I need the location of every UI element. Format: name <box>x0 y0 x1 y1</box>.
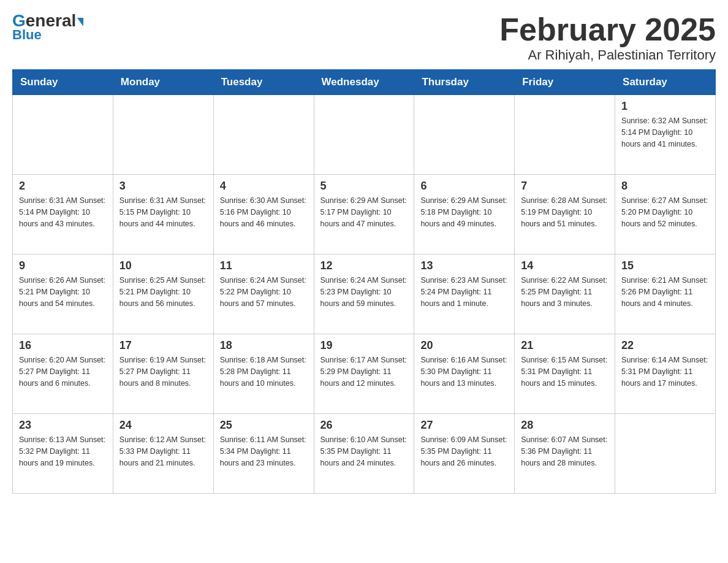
cell-day-number: 15 <box>621 259 709 272</box>
cell-day-number: 25 <box>220 419 308 432</box>
calendar-week-4: 16Sunrise: 6:20 AM Sunset: 5:27 PM Dayli… <box>13 334 716 414</box>
cell-day-number: 22 <box>621 339 709 352</box>
calendar-title: February 2025 <box>499 12 716 47</box>
cell-day-number: 26 <box>320 419 408 432</box>
calendar-cell: 27Sunrise: 6:09 AM Sunset: 5:35 PM Dayli… <box>414 414 515 494</box>
day-header-friday: Friday <box>515 70 615 95</box>
cell-day-number: 21 <box>521 339 609 352</box>
calendar-cell: 2Sunrise: 6:31 AM Sunset: 5:14 PM Daylig… <box>13 175 113 255</box>
cell-info: Sunrise: 6:29 AM Sunset: 5:17 PM Dayligh… <box>320 195 408 229</box>
calendar-cell: 18Sunrise: 6:18 AM Sunset: 5:28 PM Dayli… <box>213 334 314 414</box>
calendar-cell: 4Sunrise: 6:30 AM Sunset: 5:16 PM Daylig… <box>213 175 314 255</box>
cell-day-number: 4 <box>220 180 308 193</box>
cell-info: Sunrise: 6:23 AM Sunset: 5:24 PM Dayligh… <box>420 275 508 309</box>
cell-info: Sunrise: 6:24 AM Sunset: 5:23 PM Dayligh… <box>320 275 408 309</box>
calendar-cell: 5Sunrise: 6:29 AM Sunset: 5:17 PM Daylig… <box>314 175 414 255</box>
cell-day-number: 27 <box>420 419 508 432</box>
calendar-cell: 9Sunrise: 6:26 AM Sunset: 5:21 PM Daylig… <box>13 255 113 334</box>
cell-day-number: 10 <box>119 259 207 272</box>
calendar-header: SundayMondayTuesdayWednesdayThursdayFrid… <box>13 70 716 95</box>
cell-info: Sunrise: 6:30 AM Sunset: 5:16 PM Dayligh… <box>220 195 308 229</box>
cell-day-number: 2 <box>19 180 107 193</box>
day-header-wednesday: Wednesday <box>314 70 414 95</box>
calendar-cell: 10Sunrise: 6:25 AM Sunset: 5:21 PM Dayli… <box>113 255 213 334</box>
cell-day-number: 6 <box>420 180 508 193</box>
cell-info: Sunrise: 6:19 AM Sunset: 5:27 PM Dayligh… <box>119 354 207 389</box>
cell-day-number: 23 <box>19 419 107 432</box>
cell-info: Sunrise: 6:31 AM Sunset: 5:15 PM Dayligh… <box>119 195 207 229</box>
cell-info: Sunrise: 6:09 AM Sunset: 5:35 PM Dayligh… <box>420 434 508 469</box>
calendar-cell <box>314 95 414 175</box>
calendar-cell: 17Sunrise: 6:19 AM Sunset: 5:27 PM Dayli… <box>113 334 213 414</box>
calendar-cell <box>615 414 716 494</box>
calendar-cell: 15Sunrise: 6:21 AM Sunset: 5:26 PM Dayli… <box>615 255 716 334</box>
cell-day-number: 11 <box>220 259 308 272</box>
cell-day-number: 12 <box>320 259 408 272</box>
cell-info: Sunrise: 6:31 AM Sunset: 5:14 PM Dayligh… <box>19 195 107 229</box>
calendar-week-3: 9Sunrise: 6:26 AM Sunset: 5:21 PM Daylig… <box>13 255 716 334</box>
cell-day-number: 19 <box>320 339 408 352</box>
calendar-cell: 28Sunrise: 6:07 AM Sunset: 5:36 PM Dayli… <box>515 414 615 494</box>
calendar-cell: 6Sunrise: 6:29 AM Sunset: 5:18 PM Daylig… <box>414 175 515 255</box>
logo-blue-text: Blue <box>12 27 42 43</box>
calendar-cell: 1Sunrise: 6:32 AM Sunset: 5:14 PM Daylig… <box>615 95 716 175</box>
calendar-cell <box>13 95 113 175</box>
day-header-tuesday: Tuesday <box>213 70 314 95</box>
cell-info: Sunrise: 6:28 AM Sunset: 5:19 PM Dayligh… <box>521 195 609 229</box>
logo: General Blue <box>12 12 83 43</box>
cell-day-number: 28 <box>521 419 609 432</box>
calendar-cell <box>515 95 615 175</box>
page-header: General Blue February 2025 Ar Rihiyah, P… <box>12 12 716 63</box>
calendar-cell: 7Sunrise: 6:28 AM Sunset: 5:19 PM Daylig… <box>515 175 615 255</box>
calendar-table: SundayMondayTuesdayWednesdayThursdayFrid… <box>12 69 716 494</box>
cell-info: Sunrise: 6:24 AM Sunset: 5:22 PM Dayligh… <box>220 275 308 309</box>
cell-day-number: 13 <box>420 259 508 272</box>
cell-info: Sunrise: 6:07 AM Sunset: 5:36 PM Dayligh… <box>521 434 609 469</box>
calendar-cell: 25Sunrise: 6:11 AM Sunset: 5:34 PM Dayli… <box>213 414 314 494</box>
cell-day-number: 17 <box>119 339 207 352</box>
calendar-cell <box>213 95 314 175</box>
calendar-week-5: 23Sunrise: 6:13 AM Sunset: 5:32 PM Dayli… <box>13 414 716 494</box>
cell-info: Sunrise: 6:16 AM Sunset: 5:30 PM Dayligh… <box>420 354 508 389</box>
cell-day-number: 3 <box>119 180 207 193</box>
calendar-cell: 24Sunrise: 6:12 AM Sunset: 5:33 PM Dayli… <box>113 414 213 494</box>
calendar-body: 1Sunrise: 6:32 AM Sunset: 5:14 PM Daylig… <box>13 95 716 494</box>
calendar-cell: 12Sunrise: 6:24 AM Sunset: 5:23 PM Dayli… <box>314 255 414 334</box>
calendar-cell: 16Sunrise: 6:20 AM Sunset: 5:27 PM Dayli… <box>13 334 113 414</box>
calendar-cell: 22Sunrise: 6:14 AM Sunset: 5:31 PM Dayli… <box>615 334 716 414</box>
calendar-cell: 21Sunrise: 6:15 AM Sunset: 5:31 PM Dayli… <box>515 334 615 414</box>
cell-day-number: 5 <box>320 180 408 193</box>
cell-day-number: 16 <box>19 339 107 352</box>
cell-info: Sunrise: 6:15 AM Sunset: 5:31 PM Dayligh… <box>521 354 609 389</box>
cell-day-number: 8 <box>621 180 709 193</box>
calendar-cell: 23Sunrise: 6:13 AM Sunset: 5:32 PM Dayli… <box>13 414 113 494</box>
cell-info: Sunrise: 6:29 AM Sunset: 5:18 PM Dayligh… <box>420 195 508 229</box>
cell-day-number: 14 <box>521 259 609 272</box>
calendar-cell: 20Sunrise: 6:16 AM Sunset: 5:30 PM Dayli… <box>414 334 515 414</box>
cell-info: Sunrise: 6:18 AM Sunset: 5:28 PM Dayligh… <box>220 354 308 389</box>
cell-day-number: 9 <box>19 259 107 272</box>
title-block: February 2025 Ar Rihiyah, Palestinian Te… <box>499 12 716 63</box>
cell-day-number: 24 <box>119 419 207 432</box>
calendar-week-2: 2Sunrise: 6:31 AM Sunset: 5:14 PM Daylig… <box>13 175 716 255</box>
cell-info: Sunrise: 6:26 AM Sunset: 5:21 PM Dayligh… <box>19 275 107 309</box>
cell-info: Sunrise: 6:22 AM Sunset: 5:25 PM Dayligh… <box>521 275 609 309</box>
calendar-cell: 13Sunrise: 6:23 AM Sunset: 5:24 PM Dayli… <box>414 255 515 334</box>
calendar-cell: 26Sunrise: 6:10 AM Sunset: 5:35 PM Dayli… <box>314 414 414 494</box>
cell-info: Sunrise: 6:14 AM Sunset: 5:31 PM Dayligh… <box>621 354 709 389</box>
cell-info: Sunrise: 6:13 AM Sunset: 5:32 PM Dayligh… <box>19 434 107 469</box>
cell-info: Sunrise: 6:20 AM Sunset: 5:27 PM Dayligh… <box>19 354 107 389</box>
cell-info: Sunrise: 6:21 AM Sunset: 5:26 PM Dayligh… <box>621 275 709 309</box>
cell-info: Sunrise: 6:25 AM Sunset: 5:21 PM Dayligh… <box>119 275 207 309</box>
day-header-monday: Monday <box>113 70 213 95</box>
day-header-thursday: Thursday <box>414 70 515 95</box>
calendar-cell <box>113 95 213 175</box>
cell-info: Sunrise: 6:27 AM Sunset: 5:20 PM Dayligh… <box>621 195 709 229</box>
calendar-cell: 14Sunrise: 6:22 AM Sunset: 5:25 PM Dayli… <box>515 255 615 334</box>
calendar-cell: 19Sunrise: 6:17 AM Sunset: 5:29 PM Dayli… <box>314 334 414 414</box>
cell-info: Sunrise: 6:12 AM Sunset: 5:33 PM Dayligh… <box>119 434 207 469</box>
calendar-subtitle: Ar Rihiyah, Palestinian Territory <box>499 47 716 63</box>
cell-day-number: 1 <box>621 100 709 113</box>
calendar-cell: 3Sunrise: 6:31 AM Sunset: 5:15 PM Daylig… <box>113 175 213 255</box>
calendar-cell <box>414 95 515 175</box>
